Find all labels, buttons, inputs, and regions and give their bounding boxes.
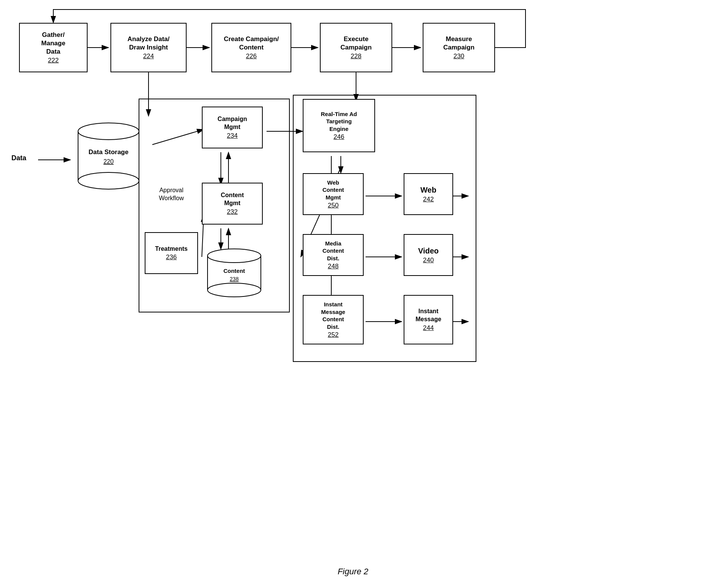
instant-msg-num: 244	[423, 324, 434, 332]
measure-campaign-box: MeasureCampaign 230	[423, 23, 495, 72]
svg-text:Content: Content	[224, 268, 245, 274]
video-box: Video 240	[404, 234, 453, 276]
diagram: Gather/ Manage Data 222 Analyze Data/Dra…	[0, 0, 706, 588]
treatments-title: Treatments	[155, 245, 187, 253]
treatments-box: Treatments 236	[145, 232, 198, 274]
web-content-mgmt-num: 250	[328, 202, 339, 209]
instant-msg-box: InstantMessage 244	[404, 295, 453, 344]
web-num: 242	[423, 196, 434, 203]
gather-manage-num: 222	[48, 57, 59, 64]
execute-campaign-num: 228	[351, 53, 361, 60]
instant-msg-title: InstantMessage	[415, 308, 441, 323]
media-content-box: MediaContentDist. 248	[303, 234, 364, 276]
svg-point-32	[208, 283, 261, 297]
svg-point-27	[78, 172, 139, 189]
analyze-data-num: 224	[143, 53, 154, 60]
web-box: Web 242	[404, 173, 453, 215]
campaign-mgmt-title: CampaignMgmt	[217, 115, 247, 131]
measure-campaign-title: MeasureCampaign	[443, 35, 474, 52]
data-label: Data	[11, 154, 26, 162]
svg-text:238: 238	[230, 276, 239, 282]
measure-campaign-num: 230	[454, 53, 464, 60]
content-mgmt-box: ContentMgmt 232	[202, 183, 263, 225]
real-time-num: 246	[334, 133, 344, 141]
arrows-layer	[0, 0, 706, 588]
video-num: 240	[423, 257, 434, 264]
svg-text:Data Storage: Data Storage	[89, 148, 129, 156]
analyze-data-box: Analyze Data/Draw Insight 224	[110, 23, 187, 72]
create-campaign-box: Create Campaign/Content 226	[211, 23, 291, 72]
execute-campaign-title: ExecuteCampaign	[340, 35, 372, 52]
content-mgmt-num: 232	[227, 208, 238, 216]
gather-manage-title: Gather/ Manage Data	[41, 31, 65, 56]
campaign-mgmt-num: 234	[227, 132, 238, 140]
gather-manage-box: Gather/ Manage Data 222	[19, 23, 88, 72]
real-time-box: Real-Time AdTargetingEngine 246	[303, 99, 375, 152]
data-storage-svg: Data Storage 220	[74, 120, 143, 196]
svg-point-31	[208, 249, 261, 263]
web-content-mgmt-box: WebContentMgmt 250	[303, 173, 364, 215]
video-title: Video	[418, 246, 439, 256]
data-storage-cylinder: Data Storage 220	[67, 112, 150, 204]
create-campaign-num: 226	[246, 53, 257, 60]
approval-workflow-label: Approval Workflow	[147, 186, 196, 202]
campaign-mgmt-box: CampaignMgmt 234	[202, 107, 263, 148]
svg-point-26	[78, 123, 139, 140]
web-title: Web	[420, 185, 436, 195]
media-content-title: MediaContentDist.	[323, 240, 344, 262]
real-time-title: Real-Time AdTargetingEngine	[321, 110, 357, 133]
execute-campaign-box: ExecuteCampaign 228	[320, 23, 392, 72]
svg-line-8	[152, 129, 204, 145]
media-content-num: 248	[328, 263, 339, 270]
svg-text:220: 220	[104, 158, 114, 165]
create-campaign-title: Create Campaign/Content	[224, 35, 279, 52]
figure-label: Figure 2	[338, 567, 369, 577]
content-store-cylinder: Content 238	[200, 244, 268, 304]
instant-content-box: InstantMessageContentDist. 252	[303, 295, 364, 344]
treatments-num: 236	[166, 253, 177, 261]
web-content-mgmt-title: WebContentMgmt	[323, 179, 344, 201]
analyze-data-title: Analyze Data/Draw Insight	[128, 35, 170, 52]
instant-content-title: InstantMessageContentDist.	[321, 301, 345, 330]
content-mgmt-title: ContentMgmt	[221, 191, 244, 207]
content-store-svg: Content 238	[204, 247, 265, 301]
instant-content-num: 252	[328, 331, 339, 339]
